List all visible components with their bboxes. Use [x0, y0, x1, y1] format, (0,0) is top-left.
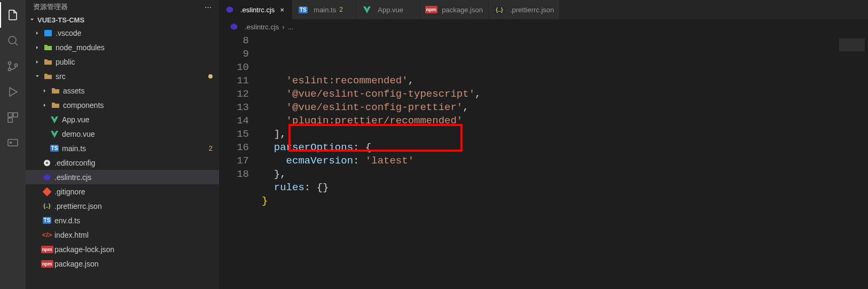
- svg-rect-14: [43, 188, 51, 196]
- tab-package-json[interactable]: npmpackage.json: [420, 0, 489, 19]
- activity-debug[interactable]: [0, 79, 26, 105]
- code-line[interactable]: 'plugin:prettier/recommended': [262, 114, 836, 128]
- tree-item-label: assets: [63, 87, 213, 95]
- code-editor[interactable]: 89101112131415161718 'eslint:recommended…: [219, 34, 868, 289]
- vue-icon: [49, 114, 60, 126]
- line-number: 12: [219, 88, 249, 101]
- line-number: 13: [219, 101, 249, 114]
- tab-app-vue[interactable]: App.vue: [356, 0, 420, 19]
- file-env-d-ts[interactable]: TSenv.d.ts: [26, 213, 219, 228]
- line-number: 18: [219, 168, 249, 181]
- folder-node-modules[interactable]: node_modules: [26, 40, 219, 54]
- activity-explorer[interactable]: [0, 2, 26, 28]
- svg-point-3: [15, 64, 18, 67]
- file-app-vue[interactable]: App.vue: [26, 112, 219, 127]
- activity-remote[interactable]: [0, 130, 26, 156]
- line-number: 16: [219, 141, 249, 154]
- line-number: 10: [219, 61, 249, 74]
- activity-source-control[interactable]: [0, 53, 26, 79]
- minimap[interactable]: [836, 34, 868, 289]
- prettier-icon: {..}: [494, 4, 505, 15]
- svg-marker-16: [231, 24, 237, 30]
- code-line[interactable]: '@vue/eslint-config-prettier',: [262, 101, 836, 114]
- code-line[interactable]: 'eslint:recommended',: [262, 74, 836, 88]
- folder-assets[interactable]: assets: [26, 83, 219, 98]
- tab-main-ts[interactable]: TSmain.ts2: [292, 0, 356, 19]
- code-line[interactable]: ],: [262, 128, 836, 141]
- svg-marker-15: [226, 6, 233, 13]
- chevron-icon: [33, 43, 42, 52]
- svg-rect-8: [8, 139, 18, 146]
- code-line[interactable]: '@vue/eslint-config-typescript',: [262, 88, 836, 101]
- tab--prettierrc-json[interactable]: {..}.prettierrc.json: [489, 0, 560, 19]
- file-tree: .vscodenode_modulespublicsrcassetscompon…: [26, 26, 219, 289]
- play-icon: [6, 85, 19, 98]
- code-line[interactable]: }: [262, 194, 836, 208]
- file--editorconfig[interactable]: .editorconfig: [26, 155, 219, 170]
- extensions-icon: [6, 111, 19, 124]
- line-number: 17: [219, 154, 249, 168]
- code-line[interactable]: },: [262, 168, 836, 181]
- folder-components[interactable]: components: [26, 98, 219, 112]
- project-header[interactable]: VUE3-TS-CMS: [26, 14, 219, 26]
- vue-icon: [49, 128, 60, 140]
- file-main-ts[interactable]: TSmain.ts2: [26, 141, 219, 155]
- chevron-icon: [33, 58, 42, 66]
- line-number: 9: [219, 48, 249, 61]
- breadcrumbs[interactable]: .eslintrc.cjs › ...: [219, 19, 868, 34]
- branch-icon: [6, 60, 19, 73]
- files-icon: [6, 9, 19, 21]
- chevron-icon: [41, 101, 49, 110]
- editor-area: .eslintrc.cjs×TSmain.ts2App.vuenpmpackag…: [219, 0, 868, 289]
- file-package-lock-json[interactable]: npmpackage-lock.json: [26, 242, 219, 256]
- folder-icon: [43, 56, 53, 68]
- activity-bar: [0, 0, 26, 289]
- more-icon[interactable]: ⋯: [205, 3, 212, 11]
- tree-item-label: demo.vue: [62, 130, 213, 138]
- file-demo-vue[interactable]: demo.vue: [26, 127, 219, 141]
- eslint-icon: [42, 171, 52, 183]
- folder-icon: [50, 99, 61, 111]
- tree-item-label: .eslintrc.cjs: [54, 173, 213, 182]
- line-gutter: 89101112131415161718: [219, 34, 262, 289]
- line-number: 8: [219, 34, 249, 48]
- tab-label: App.vue: [378, 6, 403, 14]
- search-icon: [6, 34, 19, 47]
- tree-item-label: .prettierrc.json: [54, 202, 213, 210]
- chevron-icon: [41, 87, 49, 95]
- chevron-down-icon: [28, 15, 36, 24]
- prettier-icon: {..}: [42, 200, 52, 212]
- eslint-icon: [224, 4, 235, 15]
- file-index-html[interactable]: </>index.html: [26, 228, 219, 242]
- node-folder-icon: [43, 42, 53, 53]
- folder-icon: [50, 85, 61, 97]
- svg-point-1: [9, 62, 11, 65]
- svg-point-0: [9, 36, 16, 44]
- code-content[interactable]: 'eslint:recommended', '@vue/eslint-confi…: [262, 34, 836, 289]
- tab-label: package.json: [442, 6, 483, 14]
- chevron-right-icon: ›: [282, 23, 284, 31]
- code-line[interactable]: ecmaVersion: 'latest': [262, 154, 836, 168]
- ts-icon: TS: [42, 215, 52, 226]
- code-line[interactable]: parserOptions: {: [262, 141, 836, 154]
- folder-public[interactable]: public: [26, 54, 219, 69]
- file--eslintrc-cjs[interactable]: .eslintrc.cjs: [26, 170, 219, 184]
- html-icon: </>: [42, 229, 52, 241]
- npm-icon: npm: [426, 4, 436, 15]
- file--prettierrc-json[interactable]: {..}.prettierrc.json: [26, 199, 219, 213]
- git-icon: [42, 186, 52, 198]
- tab--eslintrc-cjs[interactable]: .eslintrc.cjs×: [219, 0, 292, 19]
- folder-src[interactable]: src: [26, 69, 219, 83]
- code-line[interactable]: [262, 208, 836, 221]
- activity-search[interactable]: [0, 28, 26, 53]
- file--gitignore[interactable]: .gitignore: [26, 184, 219, 199]
- tab-label: .prettierrc.json: [510, 6, 554, 14]
- folder--vscode[interactable]: .vscode: [26, 26, 219, 40]
- code-line[interactable]: rules: {}: [262, 181, 836, 194]
- file-package-json[interactable]: npmpackage.json: [26, 256, 219, 271]
- vscode-folder-icon: [43, 27, 53, 39]
- ts-icon: TS: [298, 4, 308, 15]
- close-icon[interactable]: ×: [278, 5, 286, 14]
- folder-icon: [43, 71, 53, 82]
- activity-extensions[interactable]: [0, 105, 26, 130]
